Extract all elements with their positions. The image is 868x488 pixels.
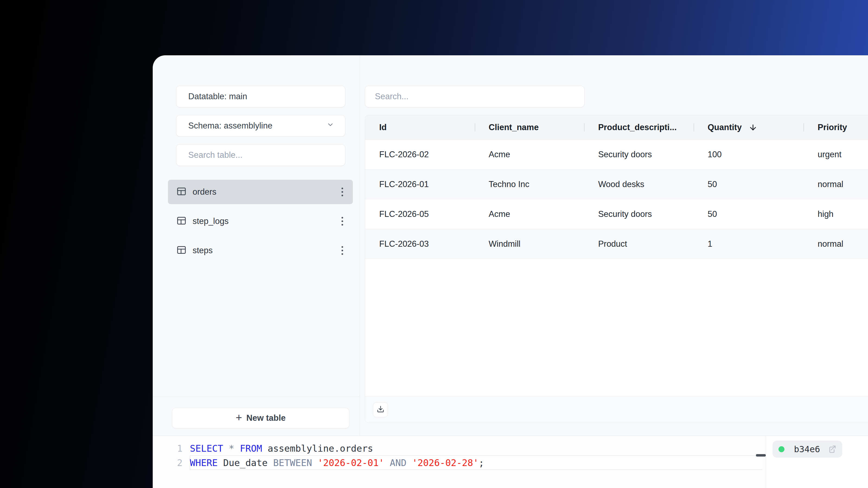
column-header-product-description[interactable]: Product_descripti... [584, 115, 693, 139]
table-icon [176, 216, 187, 227]
cell-quantity: 50 [693, 169, 804, 199]
line-number: 2 [153, 457, 183, 468]
table-icon [176, 186, 187, 198]
run-status-badge[interactable]: b34e6 [773, 441, 842, 458]
cell-client-name: Windmill [475, 229, 584, 259]
cell-client-name: Techno Inc [475, 169, 584, 199]
kebab-menu-icon[interactable] [340, 215, 345, 227]
cell-id: FLC-2026-01 [365, 169, 475, 199]
data-search-box [365, 86, 585, 107]
code-line: 1 SELECT * FROM assemblyline.orders [153, 441, 766, 455]
run-id: b34e6 [794, 444, 820, 454]
sidebar-divider [360, 55, 360, 436]
new-table-button[interactable]: + New table [172, 408, 349, 428]
table-row[interactable]: FLC-2026-03 Windmill Product 1 normal [365, 229, 868, 259]
cell-quantity: 1 [693, 229, 804, 259]
code-text: WHERE Due_date BETWEEN '2026-02-01' AND … [190, 457, 484, 468]
column-header-client-name[interactable]: Client_name [475, 115, 584, 139]
new-table-label: New table [246, 413, 286, 423]
sort-desc-arrow-icon [749, 123, 757, 132]
kebab-menu-icon[interactable] [340, 245, 345, 257]
table-search-box [176, 144, 345, 166]
download-button[interactable] [373, 402, 388, 417]
resize-grip-handle[interactable] [756, 454, 766, 457]
plus-icon: + [236, 412, 242, 423]
cell-priority: high [803, 199, 868, 229]
table-header-row: Id Client_name Product_descripti... Quan… [365, 115, 868, 140]
table-icon [176, 245, 187, 256]
data-table-card: Id Client_name Product_descripti... Quan… [365, 115, 868, 423]
cell-client-name: Acme [475, 199, 584, 229]
datatable-selector[interactable]: Datatable: main [176, 86, 345, 107]
cell-id: FLC-2026-03 [365, 229, 475, 259]
table-row[interactable]: FLC-2026-05 Acme Security doors 50 high [365, 199, 868, 229]
column-header-priority[interactable]: Priority [803, 115, 868, 139]
cell-priority: urgent [803, 140, 868, 169]
code-line: 2 WHERE Due_date BETWEEN '2026-02-01' AN… [153, 455, 766, 470]
table-search-input[interactable] [188, 150, 334, 160]
cell-quantity: 100 [693, 140, 804, 169]
sql-editor[interactable]: 1 SELECT * FROM assemblyline.orders 2 WH… [153, 436, 766, 488]
external-link-icon[interactable] [828, 445, 836, 454]
cell-quantity: 50 [693, 199, 804, 229]
table-name: step_logs [193, 216, 229, 226]
table-row[interactable]: FLC-2026-01 Techno Inc Wood desks 50 nor… [365, 169, 868, 199]
table-name: steps [193, 246, 213, 255]
data-search-input[interactable] [375, 92, 575, 101]
status-dot-icon [778, 446, 784, 452]
app-panel: Datatable: main Schema: assemblyline ord… [153, 55, 868, 488]
sidebar-footer-divider [153, 397, 360, 397]
cell-product-description: Security doors [584, 199, 693, 229]
cell-id: FLC-2026-02 [365, 140, 475, 169]
column-header-quantity[interactable]: Quantity [693, 115, 804, 139]
cell-priority: normal [803, 229, 868, 259]
cell-priority: normal [803, 169, 868, 199]
table-row[interactable]: FLC-2026-02 Acme Security doors 100 urge… [365, 140, 868, 169]
datatable-label: Datatable: main [188, 92, 247, 101]
line-number: 1 [153, 443, 183, 454]
schema-select[interactable]: Schema: assemblyline [176, 115, 345, 137]
kebab-menu-icon[interactable] [340, 186, 345, 198]
column-header-id[interactable]: Id [365, 115, 475, 139]
cell-id: FLC-2026-05 [365, 199, 475, 229]
table-name: orders [193, 187, 216, 197]
code-text: SELECT * FROM assemblyline.orders [190, 443, 373, 454]
cell-product-description: Wood desks [584, 169, 693, 199]
download-icon [377, 405, 384, 414]
cell-product-description: Product [584, 229, 693, 259]
sidebar-item-orders[interactable]: orders [168, 180, 353, 204]
sidebar-item-steps[interactable]: steps [168, 238, 353, 263]
table-footer [365, 396, 868, 423]
sidebar-item-step-logs[interactable]: step_logs [168, 209, 353, 233]
schema-label: Schema: assemblyline [188, 121, 272, 131]
cell-client-name: Acme [475, 140, 584, 169]
cell-product-description: Security doors [584, 140, 693, 169]
chevron-down-icon [327, 121, 334, 131]
